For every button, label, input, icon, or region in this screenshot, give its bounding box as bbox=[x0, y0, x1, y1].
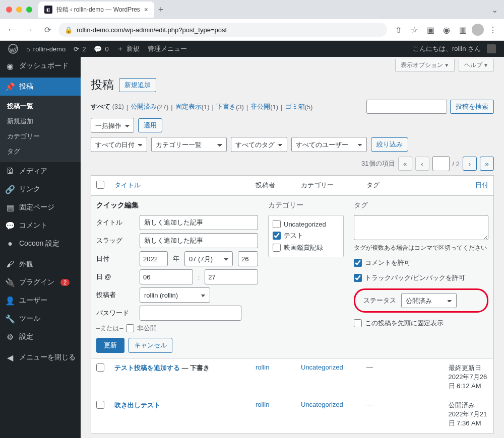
sidebar-item-comments[interactable]: 💬コメント bbox=[0, 216, 81, 235]
author-link[interactable]: rollin bbox=[256, 363, 269, 371]
submenu-categories[interactable]: カテゴリー bbox=[0, 129, 81, 144]
qe-title-input[interactable] bbox=[140, 215, 258, 230]
ext2-icon[interactable]: ▥ bbox=[456, 23, 470, 37]
share-icon[interactable]: ⇧ bbox=[391, 23, 405, 37]
wp-logo-icon[interactable] bbox=[4, 41, 22, 57]
category-link[interactable]: Uncategorized bbox=[301, 401, 343, 408]
apply-button[interactable]: 適用 bbox=[138, 118, 162, 132]
filter-draft[interactable]: 下書き bbox=[216, 102, 236, 111]
allow-comments-checkbox[interactable] bbox=[354, 259, 362, 267]
col-title[interactable]: タイトル bbox=[114, 181, 141, 189]
comments[interactable]: 💬0 bbox=[90, 41, 112, 57]
qe-cat-checkbox[interactable] bbox=[273, 220, 281, 228]
sidebar-item-links[interactable]: 🔗リンク bbox=[0, 180, 81, 198]
row-checkbox[interactable] bbox=[96, 363, 104, 372]
qe-cat-checkbox[interactable] bbox=[273, 244, 281, 252]
qe-year-input[interactable] bbox=[140, 251, 168, 266]
filter-button[interactable]: 絞り込み bbox=[371, 137, 408, 152]
sidebar-item-cocoon[interactable]: ●Cocoon 設定 bbox=[0, 235, 81, 253]
minimize-window-icon[interactable] bbox=[16, 7, 22, 13]
col-date[interactable]: 日付 bbox=[475, 181, 488, 189]
first-page-button[interactable]: « bbox=[398, 157, 412, 171]
screen-options-button[interactable]: 表示オプション▼ bbox=[395, 59, 455, 72]
search-input[interactable] bbox=[366, 100, 447, 114]
profile-avatar-icon[interactable] bbox=[472, 24, 484, 36]
current-page-input[interactable] bbox=[432, 156, 450, 171]
qe-slug-input[interactable] bbox=[140, 233, 258, 248]
select-all-checkbox[interactable] bbox=[96, 181, 104, 189]
qe-day-input[interactable] bbox=[238, 251, 258, 266]
last-page-button[interactable]: » bbox=[480, 157, 494, 171]
allow-pings-checkbox[interactable] bbox=[354, 274, 362, 282]
status-select[interactable]: 公開済み bbox=[401, 293, 457, 308]
qe-cat-option[interactable]: Uncategorized bbox=[273, 218, 339, 230]
camera-icon[interactable]: ▣ bbox=[423, 23, 437, 37]
chevron-down-icon[interactable]: ⌄ bbox=[491, 5, 498, 15]
filter-trash[interactable]: ゴミ箱 bbox=[285, 102, 305, 111]
close-tab-icon[interactable]: × bbox=[144, 6, 148, 14]
help-button[interactable]: ヘルプ▼ bbox=[459, 59, 494, 72]
sidebar-item-users[interactable]: 👤ユーザー bbox=[0, 291, 81, 310]
tag-filter-select[interactable]: すべてのタグ bbox=[231, 137, 287, 152]
maximize-window-icon[interactable] bbox=[26, 7, 32, 13]
qe-minute-input[interactable] bbox=[205, 269, 258, 284]
qe-cat-checkbox[interactable] bbox=[273, 232, 281, 240]
qe-hour-input[interactable] bbox=[140, 269, 193, 284]
sidebar-item-pages[interactable]: ▤固定ページ bbox=[0, 198, 81, 216]
add-new-button[interactable]: 新規追加 bbox=[119, 78, 156, 92]
forward-icon[interactable]: → bbox=[22, 23, 36, 37]
prev-page-button[interactable]: ‹ bbox=[415, 157, 429, 171]
sidebar-item-appearance[interactable]: 🖌外観 bbox=[0, 255, 81, 273]
qe-month-select[interactable]: 07 (7月) bbox=[184, 251, 233, 266]
update-button[interactable]: 更新 bbox=[96, 338, 124, 353]
browser-tab[interactable]: ◧ 投稿 ‹ rollin-demo — WordPres × bbox=[38, 2, 154, 18]
site-home[interactable]: ⌂rollin-demo bbox=[22, 41, 70, 57]
category-filter-select[interactable]: カテゴリー一覧 bbox=[151, 137, 227, 152]
sidebar-item-plugins[interactable]: 🔌プラグイン2 bbox=[0, 273, 81, 291]
new-tab-button[interactable]: + bbox=[158, 5, 164, 15]
menu-icon[interactable]: ⋮ bbox=[486, 23, 500, 37]
date-filter-select[interactable]: すべての日付 bbox=[91, 137, 147, 152]
post-title-link[interactable]: テスト投稿を追加する bbox=[114, 364, 180, 372]
sidebar-item-dashboard[interactable]: ◉ダッシュボード bbox=[0, 57, 81, 75]
url-bar[interactable]: 🔒 rollin-demo.com/wp-admin/edit.php?post… bbox=[58, 23, 387, 37]
qe-cat-option[interactable]: テスト bbox=[273, 230, 339, 242]
star-icon[interactable]: ☆ bbox=[407, 23, 421, 37]
submenu-tags[interactable]: タグ bbox=[0, 144, 81, 159]
qe-private-checkbox[interactable] bbox=[126, 324, 134, 332]
filter-private[interactable]: 非公開 bbox=[250, 102, 270, 111]
new-content[interactable]: ＋新規 bbox=[113, 41, 144, 57]
user-filter-select[interactable]: すべてのユーザー bbox=[291, 137, 367, 152]
reload-icon[interactable]: ⟳ bbox=[40, 23, 54, 37]
sidebar-item-posts[interactable]: 📌投稿 bbox=[0, 78, 81, 96]
filter-published[interactable]: 公開済み bbox=[131, 102, 157, 111]
extensions-icon[interactable]: ◉ bbox=[439, 23, 454, 37]
updates[interactable]: ⟳2 bbox=[70, 41, 90, 57]
admin-menu-link[interactable]: 管理メニュー bbox=[144, 41, 191, 57]
sticky-checkbox[interactable] bbox=[354, 319, 362, 327]
qe-password-input[interactable] bbox=[140, 306, 241, 321]
admin-menu-label: 管理メニュー bbox=[148, 44, 187, 53]
sidebar-item-media[interactable]: 🖻メディア bbox=[0, 162, 81, 180]
post-title-link[interactable]: 吹き出しテスト bbox=[114, 401, 160, 409]
qe-cat-option[interactable]: 映画鑑賞記録 bbox=[273, 242, 339, 254]
row-checkbox[interactable] bbox=[96, 401, 104, 409]
sidebar-item-tools[interactable]: 🔧ツール bbox=[0, 310, 81, 328]
qe-tags-textarea[interactable] bbox=[354, 215, 488, 240]
search-button[interactable]: 投稿を検索 bbox=[450, 100, 494, 114]
category-link[interactable]: Uncategorized bbox=[301, 363, 343, 371]
account-greeting[interactable]: こんにちは、rollin さん bbox=[409, 41, 500, 57]
next-page-button[interactable]: › bbox=[463, 157, 477, 171]
qe-author-select[interactable]: rollin (rollin) bbox=[140, 287, 210, 303]
author-link[interactable]: rollin bbox=[256, 401, 269, 408]
cancel-button[interactable]: キャンセル bbox=[129, 338, 172, 353]
filter-all[interactable]: すべて (31) bbox=[91, 102, 124, 111]
back-icon[interactable]: ← bbox=[4, 23, 18, 37]
bulk-action-select[interactable]: 一括操作 bbox=[91, 118, 134, 133]
sidebar-collapse[interactable]: ◀メニューを閉じる bbox=[0, 348, 81, 367]
filter-sticky[interactable]: 固定表示 bbox=[175, 102, 202, 111]
submenu-all-posts[interactable]: 投稿一覧 bbox=[0, 99, 81, 114]
sidebar-item-settings[interactable]: ⚙設定 bbox=[0, 328, 81, 346]
submenu-add-new[interactable]: 新規追加 bbox=[0, 114, 81, 129]
close-window-icon[interactable] bbox=[6, 7, 12, 13]
